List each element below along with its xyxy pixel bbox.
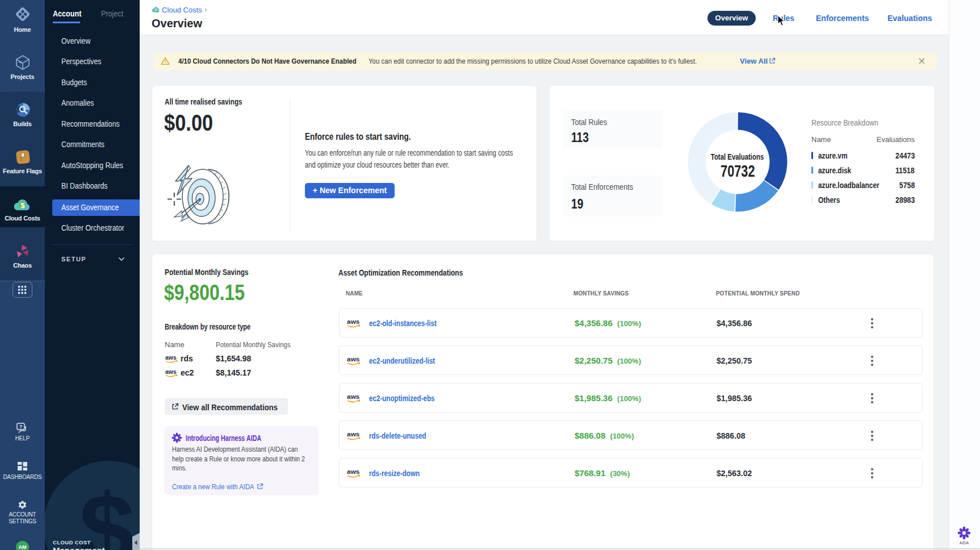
svg-text:?: ? bbox=[19, 424, 23, 430]
svg-text:aws: aws bbox=[347, 393, 360, 401]
svg-text:aws: aws bbox=[347, 468, 360, 476]
svg-text:aws: aws bbox=[165, 368, 177, 375]
svg-text:aws: aws bbox=[347, 318, 360, 326]
svg-text:$: $ bbox=[20, 201, 25, 210]
svg-text:aws: aws bbox=[347, 430, 360, 438]
svg-text:aws: aws bbox=[347, 355, 360, 363]
svg-text:aws: aws bbox=[165, 354, 177, 361]
